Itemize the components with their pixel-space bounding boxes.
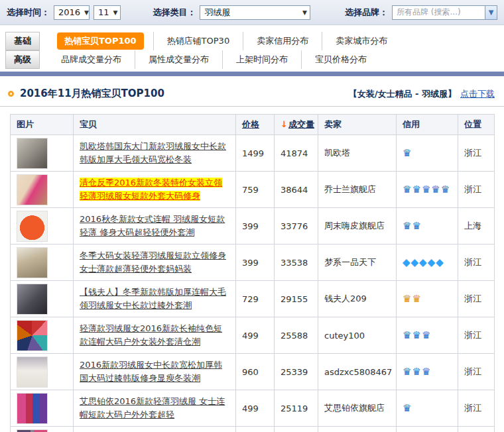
category-filter-label: 选择类目： [153, 7, 196, 19]
section-header: 2016年11月热销宝贝TOP100 【女装/女士精品 - 羽绒服】 点击下载 [8, 87, 495, 100]
seller-cell: 梦系一品天下 [318, 244, 397, 281]
item-thumbnail[interactable] [17, 284, 48, 315]
location-cell: 浙江 [458, 244, 495, 281]
seller-credit-cell: ♛♛♛ [397, 317, 458, 354]
category-select[interactable]: 羽绒服 ▼ [200, 5, 310, 20]
item-title-link[interactable]: 2016新款羽绒服女中长款宽松加厚韩国大码过膝韩版修身显瘦冬装潮 [80, 360, 222, 383]
location-cell: 浙江 [458, 135, 495, 172]
crown-blue-icon: ♛ [412, 366, 420, 378]
item-title-link[interactable]: 凯欧塔韩国东大门新款羽绒服女中长款韩版加厚大毛领大码宽松冬装 [80, 141, 226, 164]
advanced-tab-list: 品牌成交量分布 属性成交量分布 上架时间分布 宝贝价格分布 [48, 50, 380, 69]
crown-blue-icon: ♛ [412, 329, 420, 341]
item-thumbnail[interactable] [17, 138, 48, 169]
tab-attribute-volume-dist[interactable]: 属性成交量分布 [135, 50, 222, 69]
month-select[interactable]: 11 ▼ [94, 5, 121, 20]
col-header-price-sort[interactable]: 价格 [236, 115, 275, 135]
seller-cell: 钱夫人209 [318, 281, 397, 317]
price-cell: 499 [236, 317, 275, 354]
crown-blue-icon: ♛ [422, 366, 430, 378]
item-thumbnail[interactable] [17, 393, 48, 424]
brand-search-input[interactable]: 所有品牌 (搜索...) [392, 5, 485, 20]
year-value: 2016 [58, 7, 80, 17]
crown-blue-icon: ♛ [403, 220, 411, 232]
item-thumbnail[interactable] [17, 320, 48, 351]
item-thumbnail[interactable] [17, 429, 48, 432]
tab-hot-shops-top30[interactable]: 热销店铺TOP30 [153, 32, 243, 50]
month-value: 11 [98, 7, 109, 17]
diamond-blue-icon: ◆ [419, 256, 427, 268]
seller-credit-cell: ◆◆ [397, 427, 458, 432]
tab-listing-time-dist[interactable]: 上架时间分布 [222, 50, 301, 69]
item-title-link[interactable]: 冬季大码女装轻薄羽绒服短款立领修身女士薄款超薄轻便外套妈妈装 [80, 250, 226, 274]
item-thumbnail[interactable] [17, 211, 48, 242]
table-row: 艾思铂依2016新款轻薄羽绒服 女士连帽短款大码户外外套超轻49925119艾思… [11, 390, 495, 427]
item-title-link[interactable]: 艾思铂依2016新款轻薄羽绒服 女士连帽短款大码户外外套超轻 [80, 396, 225, 419]
price-cell [236, 427, 275, 432]
tab-label: 属性成交量分布 [149, 54, 209, 66]
chevron-down-icon: ▼ [84, 9, 89, 16]
seller-cell: asdzxc5808467 [318, 354, 397, 390]
crown-blue-icon: ♛ [403, 184, 411, 195]
page-title: 2016年11月热销宝贝TOP100 [20, 87, 164, 100]
location-cell: 上海 [458, 208, 495, 244]
item-thumbnail[interactable] [17, 247, 48, 278]
crown-blue-icon: ♛ [431, 184, 440, 195]
crown-blue-icon: ♛ [403, 366, 411, 378]
item-thumbnail[interactable] [17, 356, 48, 388]
basic-tab-list: 热销宝贝TOP100 热销店铺TOP30 卖家信用分布 卖家城市分布 [48, 32, 401, 50]
item-title-link[interactable]: 2016秋冬新款女式连帽 羽绒服女短款轻薄 修身大码超轻轻便外套潮 [80, 214, 225, 237]
tab-brand-volume-dist[interactable]: 品牌成交量分布 [48, 50, 135, 69]
seller-credit-cell: ◆◆◆◆◆ [397, 244, 458, 281]
tab-item-price-dist[interactable]: 宝贝价格分布 [301, 50, 380, 69]
col-header-volume-label: 成交量 [288, 119, 314, 129]
category-breadcrumb: 【女装/女士精品 - 羽绒服】 [349, 88, 456, 100]
tab-seller-city-dist[interactable]: 卖家城市分布 [322, 32, 401, 50]
chevron-down-icon: ▼ [489, 9, 494, 16]
brand-filter-label: 选择品牌： [345, 7, 388, 19]
section-divider [0, 106, 504, 107]
crown-gold-icon: ♛ [412, 293, 420, 305]
volume-cell: 41874 [275, 135, 318, 172]
seller-cell: 艾思铂依旗舰店 [318, 390, 397, 427]
year-select[interactable]: 2016 ▼ [54, 5, 90, 20]
brand-dropdown-button[interactable]: ▼ [485, 5, 497, 20]
seller-cell: 周末嗨皮旗舰店 [318, 208, 397, 244]
crown-gold-icon: ♛ [403, 293, 411, 305]
volume-cell: 25588 [275, 317, 318, 354]
item-title-link[interactable]: 【钱夫人】冬季新款韩版加厚连帽大毛领羽绒服女中长款过膝外套潮 [80, 287, 226, 310]
seller-credit-cell: ♛♛♛♛♛ [397, 172, 458, 208]
filter-bar: 选择时间： 2016 ▼ 11 ▼ 选择类目： 羽绒服 ▼ 选择品牌： 所有品牌… [0, 0, 504, 25]
seller-cell: 乔士兰旗舰店 [318, 172, 397, 208]
orange-ring-bullet-icon [8, 91, 14, 97]
col-header-credit: 信用 [397, 115, 458, 135]
price-cell: 499 [236, 390, 275, 427]
table-row: 【钱夫人】冬季新款韩版加厚连帽大毛领羽绒服女中长款过膝外套潮72929155钱夫… [11, 281, 495, 317]
crown-blue-icon: ♛ [422, 184, 430, 195]
col-header-image: 图片 [11, 115, 74, 135]
location-cell: 浙江 [458, 281, 495, 317]
time-filter-label: 选择时间： [7, 7, 50, 19]
download-link[interactable]: 点击下载 [460, 88, 495, 100]
location-cell: 浙江 [458, 317, 495, 354]
divider-bar [0, 72, 504, 76]
volume-cell: 33776 [275, 208, 318, 244]
location-cell [458, 427, 495, 432]
item-thumbnail[interactable] [17, 174, 48, 205]
tabs-area: 基础 热销宝贝TOP100 热销店铺TOP30 卖家信用分布 卖家城市分布 高级… [0, 32, 504, 76]
table-row: 凯欧塔韩国东大门新款羽绒服女中长款韩版加厚大毛领大码宽松冬装149941874凯… [11, 135, 495, 172]
item-title-link[interactable]: 轻薄款羽绒服女2016新款长袖纯色短款连帽大码户外女装外套清仓潮 [80, 323, 222, 347]
diamond-blue-icon: ◆ [403, 256, 410, 268]
crown-blue-icon: ♛ [441, 184, 450, 195]
tab-seller-credit-dist[interactable]: 卖家信用分布 [243, 32, 322, 50]
col-header-volume-sort[interactable]: ↓成交量 [275, 115, 318, 135]
table-row: 冬季大码女装轻薄羽绒服短款立领修身女士薄款超薄轻便外套妈妈装39933538梦系… [11, 244, 495, 281]
tab-label: 卖家城市分布 [336, 35, 387, 47]
seller-credit-cell: ♛ [397, 135, 458, 172]
tab-label: 热销宝贝TOP100 [57, 32, 144, 50]
item-title-link[interactable]: 清仓反季2016新款冬装特价女装立领轻薄羽绒服女短款外套大码修身 [80, 178, 222, 201]
price-cell: 1499 [236, 135, 275, 172]
tab-hot-items-top100[interactable]: 热销宝贝TOP100 [57, 32, 144, 50]
seller-credit-cell: ♛ [397, 390, 458, 427]
volume-cell: 33538 [275, 244, 318, 281]
crown-blue-icon: ♛ [403, 329, 411, 341]
